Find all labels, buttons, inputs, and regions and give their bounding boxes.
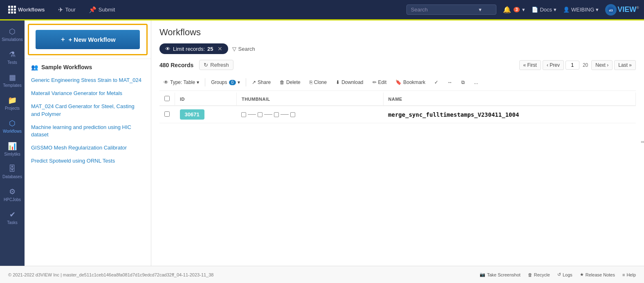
- filter-search-button[interactable]: ▽ Search: [232, 46, 255, 52]
- toolbar-separator-1: [205, 78, 205, 86]
- sidebar-item-projects[interactable]: 📁 Projects: [0, 93, 25, 114]
- tour-icon: ✈: [58, 6, 63, 14]
- docs-button[interactable]: 📄 Docs ▾: [532, 7, 556, 13]
- docs-dropdown-icon[interactable]: ▾: [554, 7, 556, 13]
- screenshot-icon: 📷: [480, 272, 485, 277]
- bookmark-label: Bookmark: [403, 79, 425, 85]
- sidebar-item-simulations[interactable]: ⬡ Simulations: [0, 24, 25, 45]
- name-column-header: NAME: [383, 93, 635, 106]
- notif-expand-icon[interactable]: ▾: [522, 7, 525, 13]
- sample-workflow-item-3[interactable]: MAT_024 Card Generator for Steel, Castin…: [25, 100, 151, 120]
- type-table-button[interactable]: 👁 Type: Table ▾: [159, 77, 203, 87]
- wf-node-4: [290, 112, 295, 117]
- databases-icon: 🗄: [9, 165, 16, 173]
- download-button[interactable]: ⬇ Download: [332, 77, 367, 87]
- sidebar-item-hpcjobs[interactable]: ⚙ HPCJobs: [0, 184, 25, 205]
- plus-icon: ＋: [60, 36, 66, 43]
- sidebar-item-workflows[interactable]: ⬡ Workflows: [0, 115, 25, 137]
- groups-button[interactable]: Groups 0 ▾: [207, 77, 244, 87]
- sample-workflow-item-4[interactable]: Machine learning and prediction using HI…: [25, 121, 151, 141]
- prev-page-button[interactable]: ‹ Prev: [543, 60, 564, 70]
- recycle-label: Recycle: [534, 272, 550, 277]
- copy-icon: ⧉: [461, 79, 465, 85]
- tour-nav-item[interactable]: ✈ Tour: [55, 6, 79, 14]
- share-icon: ↗: [252, 79, 256, 85]
- user-dropdown-icon[interactable]: ▾: [596, 7, 599, 13]
- delete-button[interactable]: 🗑 Delete: [276, 77, 305, 87]
- wf-line-3: [280, 114, 289, 115]
- toolbar: 👁 Type: Table ▾ Groups 0 ▾ ↗ Share 🗑: [159, 74, 636, 91]
- first-page-button[interactable]: « First: [519, 60, 541, 70]
- limit-close-button[interactable]: ✕: [218, 45, 222, 52]
- next-page-button[interactable]: Next ›: [591, 60, 613, 70]
- check-icon: ✓: [434, 79, 438, 85]
- content-area: ＋ + New Workflow 👥 Sample Workflows Gene…: [25, 20, 644, 266]
- bookmark-icon: 🔖: [395, 79, 402, 85]
- sidebar-item-tasks[interactable]: ✔ Tasks: [0, 207, 25, 228]
- logo-view-text: VIEW®: [617, 5, 639, 14]
- search-input[interactable]: [411, 7, 476, 13]
- logs-icon: ↺: [557, 272, 561, 277]
- copy-button[interactable]: ⧉: [457, 77, 469, 87]
- limit-records-pill[interactable]: 👁 Limit records: 25 ✕: [159, 43, 228, 54]
- filter-search-label: Search: [238, 46, 255, 52]
- top-navigation: Workflows ✈ Tour 📌 Submit ▾ 🔔 3 ▾ 📄 Docs…: [0, 0, 644, 20]
- data-table: ID ⇔ THUMBNAIL ⇔ NAME: [159, 93, 636, 123]
- records-bar: 480 Records ↻ Refresh « First ‹ Prev 20 …: [159, 60, 636, 70]
- bookmark-button[interactable]: 🔖 Bookmark: [391, 77, 429, 87]
- new-workflow-label: + New Workflow: [68, 36, 115, 43]
- refresh-button[interactable]: ↻ Refresh: [199, 60, 233, 70]
- sidebar-item-databases[interactable]: 🗄 Databases: [0, 161, 25, 182]
- page-size: 20: [581, 62, 590, 68]
- select-all-header[interactable]: [159, 93, 175, 106]
- recycle-button[interactable]: 🗑 Recycle: [528, 272, 550, 277]
- sidebar-item-simlytiks[interactable]: 📊 Simlytiks: [0, 138, 25, 160]
- toolbar-separator-2: [246, 78, 246, 86]
- filter-bar: 👁 Limit records: 25 ✕ ▽ Search: [159, 43, 636, 54]
- wf-node-2: [258, 112, 263, 117]
- take-screenshot-button[interactable]: 📷 Take Screenshot: [480, 272, 521, 277]
- search-dropdown-icon[interactable]: ▾: [479, 7, 482, 13]
- release-notes-label: Release Notes: [586, 272, 615, 277]
- search-bar[interactable]: ▾: [406, 5, 496, 15]
- docs-label: Docs: [540, 7, 552, 13]
- resize-handle-thumbnail[interactable]: ⇔: [641, 139, 644, 144]
- records-count: 480 Records: [159, 62, 193, 68]
- app-brand[interactable]: Workflows: [5, 6, 48, 14]
- projects-icon: 📁: [8, 96, 17, 105]
- new-workflow-button[interactable]: ＋ + New Workflow: [36, 30, 140, 49]
- sample-workflow-item-2[interactable]: Materail Variance Generator for Metals: [25, 87, 151, 100]
- sidebar-label-tasks: Tasks: [7, 220, 18, 225]
- share-button[interactable]: ↗ Share: [248, 77, 275, 87]
- select-all-checkbox[interactable]: [164, 96, 170, 101]
- user-menu[interactable]: 👤 WEIBING ▾: [563, 7, 599, 13]
- clone-label: Clone: [314, 79, 327, 85]
- submit-icon: 📌: [89, 6, 96, 14]
- page-number-input[interactable]: [565, 61, 579, 70]
- page-title: Workflows: [159, 27, 636, 38]
- more-button[interactable]: ...: [470, 77, 482, 87]
- row-checkbox-cell[interactable]: [159, 106, 175, 123]
- clone-button[interactable]: ⎘ Clone: [305, 77, 331, 87]
- edit-button[interactable]: ✏ Edit: [368, 77, 391, 87]
- release-notes-button[interactable]: ★ Release Notes: [580, 272, 615, 277]
- submit-nav-item[interactable]: 📌 Submit: [85, 6, 118, 14]
- wf-line-1: [248, 114, 256, 115]
- logs-button[interactable]: ↺ Logs: [557, 272, 572, 277]
- help-button[interactable]: ≡ Help: [622, 272, 636, 277]
- sample-workflow-item-5[interactable]: GISSMO Mesh Regularization Calibrator: [25, 141, 151, 154]
- sample-workflow-item-1[interactable]: Generic Engineering Stress Strain to MAT…: [25, 74, 151, 87]
- notifications-area[interactable]: 🔔 3 ▾: [503, 6, 525, 14]
- sample-workflow-item-6[interactable]: Predict Spotweld using ORNL Tests: [25, 154, 151, 168]
- sidebar-item-templates[interactable]: ▦ Templates: [0, 70, 25, 91]
- expand-button[interactable]: ↔: [443, 77, 456, 87]
- sample-workflows-title: Sample Workflows: [41, 64, 92, 70]
- sidebar-item-tests[interactable]: ⚗ Tests: [0, 47, 25, 68]
- last-page-button[interactable]: Last »: [614, 60, 636, 70]
- new-workflow-wrapper: ＋ + New Workflow: [28, 24, 148, 55]
- row-checkbox[interactable]: [164, 111, 170, 117]
- check-button[interactable]: ✓: [430, 77, 442, 87]
- sidebar-label-databases: Databases: [2, 174, 22, 179]
- thumbnail-cell: [236, 106, 383, 123]
- tasks-icon: ✔: [9, 210, 16, 219]
